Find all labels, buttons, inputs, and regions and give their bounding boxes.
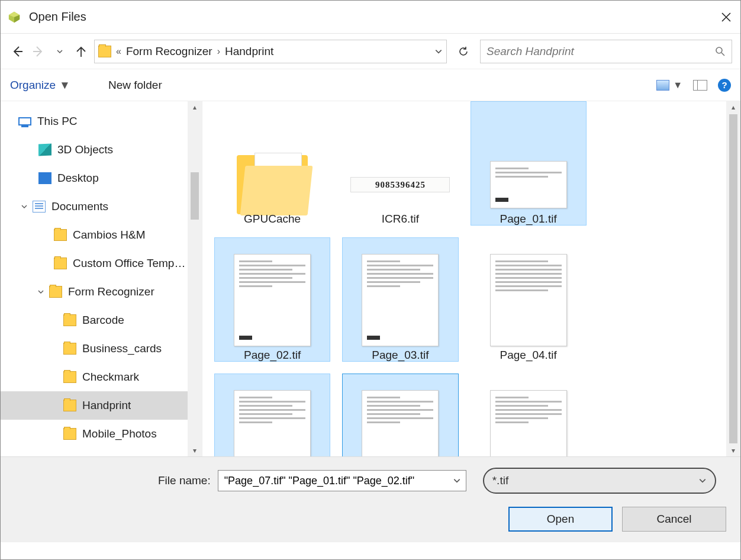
tree-custom-office[interactable]: Custom Office Templates [1,249,202,278]
file-page-07[interactable]: Page_07.tif [342,374,458,456]
thumbnail [490,390,567,456]
content-scrollbar[interactable]: ▴▾ [726,101,740,456]
preview-pane-button[interactable] [693,80,707,91]
file-gpucache[interactable]: GPUCache [214,101,330,226]
up-button[interactable] [73,43,89,60]
folder-icon [63,428,76,440]
tree-mobile-photos[interactable]: Mobile_Photos [1,420,202,448]
chevron-down-icon [698,477,707,485]
tree-label: Checkmark [82,371,139,384]
filename-input[interactable]: "Page_07.tif" "Page_01.tif" "Page_02.tif… [218,470,466,491]
folder-icon [63,314,76,326]
chevron-down-icon[interactable] [434,47,443,56]
file-label: Page_03.tif [372,349,429,362]
tree-scrollbar[interactable]: ▴▾ [188,101,202,456]
view-menu[interactable]: ▼ [656,80,682,91]
file-page-01[interactable]: Page_01.tif [471,101,587,226]
close-icon [721,12,732,22]
search-box[interactable] [480,40,732,63]
tree-this-pc[interactable]: This PC [1,107,202,136]
tree-handprint[interactable]: Handprint [1,391,202,420]
tree-form-recognizer[interactable]: Form Recognizer [1,278,202,306]
filetype-select[interactable]: *.tif [483,468,716,494]
help-button[interactable]: ? [718,79,731,92]
tree-label: Barcode [82,314,124,327]
open-button[interactable]: Open [508,507,613,532]
tree-label: Mobile_Photos [82,427,157,440]
file-label: GPUCache [244,213,301,226]
thumbnail [362,390,439,456]
scroll-up-icon: ▴ [732,101,735,113]
thumbnail [234,254,311,346]
tree-business-cards[interactable]: Business_cards [1,334,202,363]
tree-label: Business_cards [82,342,162,355]
tree-label: This PC [37,115,78,128]
chevron-down-icon [37,288,44,295]
back-button[interactable] [9,43,25,60]
view-icon [656,80,669,91]
chevron-down-icon[interactable] [453,477,461,485]
tree-documents[interactable]: Documents [1,192,202,221]
scrollbar-thumb[interactable] [191,172,199,220]
scrollbar-thumb[interactable] [729,114,737,443]
filename-value: "Page_07.tif" "Page_01.tif" "Page_02.tif… [224,475,453,487]
tree-label: Documents [51,200,108,213]
tree-cambios[interactable]: Cambios H&M [1,221,202,249]
close-button[interactable] [719,10,733,24]
thumbnail: 9085396425 [350,177,450,192]
thumbnail [362,254,439,346]
arrow-left-icon [11,45,24,58]
file-page-06[interactable]: Page_06.tif [214,374,330,456]
breadcrumb-current[interactable]: Handprint [225,45,273,58]
tree-3d-objects[interactable]: 3D Objects [1,136,202,164]
folder-icon [54,229,67,241]
breadcrumb-chevron: « [116,46,121,57]
organize-menu[interactable]: Organize▼ [10,79,70,92]
forward-button[interactable] [30,43,47,60]
tree-label: Desktop [57,172,99,185]
search-input[interactable] [487,45,715,58]
documents-icon [33,201,46,213]
tree-label: Custom Office Templates [73,257,186,270]
search-icon [715,46,726,57]
file-icr6[interactable]: 9085396425 ICR6.tif [342,101,458,226]
desktop-icon [38,172,51,184]
file-pane: GPUCache 9085396425 ICR6.tif Page_01.tif… [202,101,740,456]
caret-down-icon: ▼ [673,80,682,91]
breadcrumb-sep: › [217,46,220,57]
file-page-08[interactable]: Page_08.tif [471,374,587,456]
folder-icon [63,400,76,411]
breadcrumb-parent[interactable]: Form Recognizer [126,45,212,58]
cancel-button[interactable]: Cancel [622,507,726,532]
tree-checkmark[interactable]: Checkmark [1,363,202,391]
folder-icon [63,371,76,383]
new-folder-button[interactable]: New folder [108,79,162,92]
tree-label: Handprint [82,399,131,412]
arrow-up-icon [75,45,88,58]
scroll-up-icon: ▴ [193,101,196,113]
refresh-icon [458,46,469,57]
caret-down-icon: ▼ [59,79,70,92]
file-page-04[interactable]: Page_04.tif [471,237,587,362]
recent-dropdown[interactable] [51,43,68,60]
main-area: This PC 3D Objects Desktop Documents Cam… [1,101,740,456]
file-page-02[interactable]: Page_02.tif [214,237,330,362]
tree-desktop[interactable]: Desktop [1,164,202,192]
tree-barcode[interactable]: Barcode [1,306,202,334]
nav-row: « Form Recognizer › Handprint [1,34,740,69]
thumbnail [490,161,567,208]
filetype-value: *.tif [492,474,698,487]
thumbnail [234,390,311,456]
titlebar: Open Files [1,1,740,34]
file-page-03[interactable]: Page_03.tif [342,237,458,362]
pc-icon [18,117,31,125]
toolbar: Organize▼ New folder ▼ ? [1,69,740,101]
tree-label: Form Recognizer [68,285,154,298]
refresh-button[interactable] [452,40,475,63]
footer: File name: "Page_07.tif" "Page_01.tif" "… [1,456,740,542]
folder-icon [49,286,62,298]
address-bar[interactable]: « Form Recognizer › Handprint [94,40,447,63]
folder-icon [54,258,67,269]
app-icon [8,11,21,24]
svg-point-3 [716,47,722,53]
